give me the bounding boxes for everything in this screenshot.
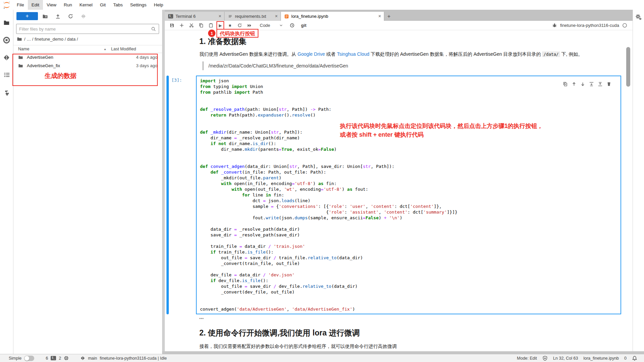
code-line[interactable] [200,95,617,101]
tab-label[interactable]: lora_finetune.ipynb [291,14,328,19]
terminals-count[interactable]: 6 [46,356,48,361]
copy-cells-button[interactable] [197,21,205,30]
code-line[interactable]: _mkdir(out_file.parent) [200,175,617,181]
notebook-scrollbar[interactable] [626,47,630,87]
collapsed-output-indicator[interactable]: ••• [199,317,633,320]
markdown-link[interactable]: Google Drive [298,51,325,57]
duplicate-cell-icon[interactable] [563,82,568,87]
code-line[interactable] [200,152,617,158]
menu-kernel[interactable]: Kernel [76,0,96,10]
code-line[interactable]: data_dir = _resolve_path(data_dir) [200,226,617,232]
git-clone-button[interactable] [78,11,89,21]
tab-label[interactable]: requirements.txt [235,14,266,19]
code-line[interactable]: if not dir_name.is_dir(): [200,141,617,146]
table-of-contents-icon[interactable] [0,66,13,84]
active-filename[interactable]: lora_finetune.ipynb [583,356,619,361]
filter-files-input[interactable] [19,27,151,32]
code-line[interactable]: convert_adgen('data/AdvertiseGen', 'data… [200,306,617,312]
code-line[interactable]: dct = json.loads(line) [200,198,617,203]
paste-cells-button[interactable] [207,21,215,30]
code-line[interactable]: out_file = save_dir / dev_file.relative_… [200,283,617,289]
save-button[interactable] [168,21,176,30]
close-icon[interactable]: ✕ [271,14,278,18]
code-line[interactable]: with open(out_file, 'wt', encoding='utf-… [200,186,617,192]
move-cell-down-icon[interactable] [580,82,585,87]
tab-lora-finetune-ipynb[interactable]: lora_finetune.ipynb✕ [281,12,384,21]
tab-terminal-6[interactable]: $_Terminal 6✕ [165,12,225,21]
interrupt-kernel-button[interactable]: ■ [226,21,234,30]
menu-view[interactable]: View [43,0,60,10]
kernel-status-icon[interactable] [622,23,627,28]
insert-cell-above-icon[interactable] [589,82,594,87]
code-line[interactable]: return Path(path).expanduser().resolve() [200,112,617,118]
running-kernels-icon[interactable] [0,31,13,49]
menu-tabs[interactable]: Tabs [109,0,127,10]
move-cell-up-icon[interactable] [572,82,577,87]
git-branch-name[interactable]: main [88,356,97,361]
notifications-count[interactable]: 0 [624,356,627,361]
code-line[interactable]: dir_name.mkdir(parents=True, exist_ok=Fa… [200,146,617,152]
code-line[interactable] [200,101,617,106]
breadcrumb-path[interactable]: / … / finetune_demo / data / [24,37,78,42]
menu-edit[interactable]: Edit [28,0,43,10]
code-line[interactable]: _convert(train_file, out_file) [200,261,617,266]
upload-button[interactable] [52,11,63,21]
menu-file[interactable]: File [13,0,28,10]
code-cell[interactable]: [3]: import jsonfrom typing import Union… [166,76,633,314]
code-line[interactable] [200,158,617,164]
editor-mode[interactable]: Mode: Edit [517,356,537,361]
code-line[interactable]: save_dir = _resolve_path(save_dir) [200,232,617,238]
code-line[interactable]: def convert_adgen(data_dir: Union[str, P… [200,164,617,169]
insert-cell-below-icon[interactable] [598,82,603,87]
menu-help[interactable]: Help [150,0,167,10]
file-browser-icon[interactable] [0,14,13,31]
code-line[interactable]: with open(in_file, encoding='utf-8') as … [200,181,617,186]
debugger-bug-icon[interactable] [552,23,557,28]
code-line[interactable]: dev_file = data_dir / 'dev.json' [200,272,617,278]
code-line[interactable]: import json [200,78,617,84]
bell-icon[interactable] [632,356,637,361]
code-line[interactable]: if train_file.is_file(): [200,249,617,255]
insert-cell-button[interactable] [178,21,186,30]
trust-shield-icon[interactable] [542,356,548,361]
restart-kernel-button[interactable] [236,21,244,30]
git-branch-icon[interactable] [80,356,85,361]
cell-type-dropdown[interactable]: Code [260,23,283,28]
breadcrumb[interactable]: / … / finetune_demo / data / [13,34,162,44]
menu-settings[interactable]: Settings [127,0,150,10]
column-name[interactable]: Name [13,47,104,51]
code-line[interactable]: _convert(dev_file, out_file) [200,289,617,295]
code-line[interactable]: if dev_file.is_file(): [200,278,617,283]
code-line[interactable] [200,295,617,301]
code-line[interactable]: for line in fin: [200,192,617,198]
tab-label[interactable]: Terminal 6 [176,14,196,19]
menu-run[interactable]: Run [60,0,76,10]
history-icon[interactable] [288,21,296,30]
code-line[interactable] [200,301,617,306]
home-folder-icon[interactable] [17,36,22,42]
property-inspector-gears-icon[interactable] [635,14,642,20]
code-line[interactable]: sample = {'conversations': [{'role': 'us… [200,203,617,209]
cursor-position[interactable]: Ln 32, Col 63 [553,356,578,361]
tab-requirements-txt[interactable]: requirements.txt✕ [225,12,281,21]
code-line[interactable]: def _resolve_path(path: Union[str, Path]… [200,106,617,112]
close-icon[interactable]: ✕ [215,14,221,18]
code-line[interactable]: train_file = data_dir / 'train.json' [200,243,617,249]
code-line[interactable]: def _convert(in_file: Path, out_file: Pa… [200,169,617,175]
kernels-count[interactable]: 2 [59,356,61,361]
markdown-link[interactable]: Tsinghua Cloud [337,51,369,57]
close-icon[interactable]: ✕ [375,14,381,18]
column-last-modified[interactable]: Last Modified [111,47,162,51]
git-sidebar-icon[interactable] [0,49,13,66]
restart-run-all-button[interactable] [245,21,253,30]
panel-resize-handle[interactable] [162,10,165,354]
code-lines[interactable]: import jsonfrom typing import Unionfrom … [197,76,621,314]
code-line[interactable]: from typing import Union [200,84,617,89]
new-launcher-button[interactable]: + [16,12,38,20]
code-line[interactable] [200,238,617,243]
delete-cell-icon[interactable] [606,82,611,87]
sort-arrow-icon[interactable]: ▲ [104,48,111,51]
refresh-button[interactable] [65,11,76,21]
kernel-name[interactable]: finetune-lora-python3116-cuda [560,23,619,28]
code-line[interactable]: out_file = save_dir / train_file.relativ… [200,255,617,261]
